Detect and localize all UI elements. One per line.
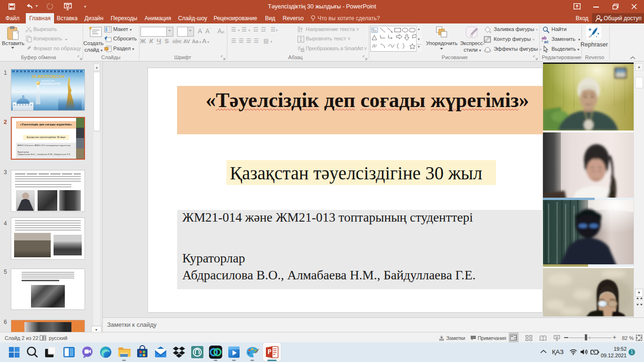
svg-text:ac: ac [544, 39, 549, 44]
